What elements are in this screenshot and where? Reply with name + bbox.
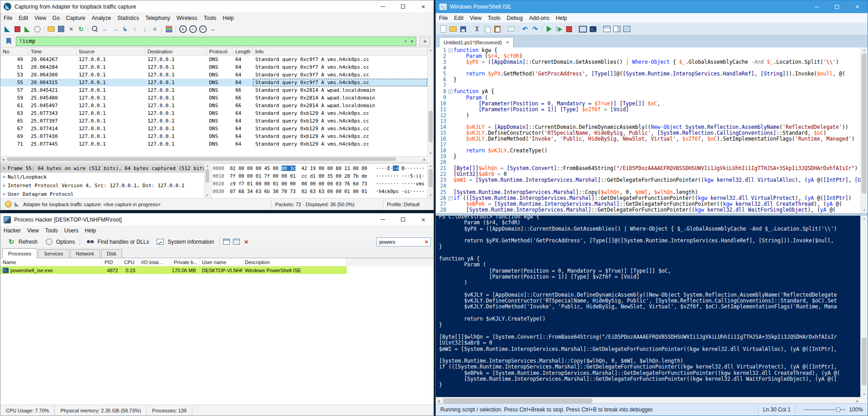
restart-capture-icon[interactable] [23,25,31,33]
minimize-button[interactable] [372,213,393,226]
filter-bookmark-icon[interactable] [5,37,13,45]
packet-list-hscrollbar[interactable] [0,156,427,162]
menu-item-statistics[interactable]: Statistics [114,14,142,23]
column-header-src[interactable]: Source [76,47,145,55]
menu-item-users[interactable]: Users [61,226,81,235]
console-pane[interactable]: PS C:\Users\root> function kgw { Param (… [436,216,860,397]
hex-row[interactable]: 0000 02 00 00 00 45 00 00 3c 42 19 00 00… [213,165,427,172]
scrollbar-thumb[interactable] [862,53,867,194]
open-file-icon[interactable] [47,25,55,33]
menu-item-view[interactable]: View [24,226,42,235]
scrollbar-thumb[interactable] [7,157,396,161]
packet-list-vscrollbar[interactable] [427,47,434,156]
cut-icon[interactable] [473,25,481,33]
expander-icon[interactable] [0,164,8,173]
go-first-icon[interactable] [131,25,139,33]
column-header-no[interactable]: No. [0,47,29,55]
new-remote-powershell-tab-icon[interactable] [579,25,587,33]
stop-operation-icon[interactable] [565,25,573,33]
options-button[interactable]: Options [41,236,78,248]
scroll-right-icon[interactable] [422,156,427,162]
menu-item-go[interactable]: Go [49,14,63,23]
clear-console-icon[interactable] [507,25,515,33]
refresh-button[interactable]: Refresh [3,236,41,248]
menu-item-edit[interactable]: Edit [15,14,31,23]
profile-text[interactable]: Profile: Default [387,202,420,207]
save-script-icon[interactable] [459,25,467,33]
script-editor-pane[interactable]: 1function kgw {2 Param ($r4, $cfdR)3 $yP… [436,47,860,213]
filter-add-button[interactable]: + [420,37,430,46]
tab-disk[interactable]: Disk [101,249,122,258]
column-header-pid[interactable]: PID [102,258,122,266]
scroll-up-icon[interactable] [861,216,868,221]
details-vscrollbar[interactable] [204,163,210,198]
maximize-button[interactable] [393,213,413,226]
search-input[interactable]: powers [377,237,431,246]
column-header-len[interactable]: Length [233,47,253,55]
paste-icon[interactable] [493,25,501,33]
detail-row[interactable]: Null/Loopback [0,173,204,181]
scrollbar-thumb[interactable] [205,169,209,183]
packet-list[interactable]: No.TimeSourceDestinationProtocolLengthIn… [0,47,427,156]
close-button[interactable] [413,0,434,13]
menu-item-help[interactable]: Help [553,14,570,23]
scroll-up-icon[interactable] [428,47,434,53]
expander-icon[interactable] [0,173,8,181]
packet-row[interactable]: 6925.077430127.0.0.1127.0.0.1DNS64Standa… [0,132,427,140]
bytes-vscrollbar[interactable] [427,163,434,198]
close-tab-icon[interactable]: × [506,39,509,46]
tab-services[interactable]: Services [38,249,69,258]
menu-item-add-ons[interactable]: Add-ons [526,14,553,23]
show-script-pane-right-icon[interactable] [613,25,621,33]
packet-row[interactable]: 5925.045480127.0.0.1127.0.0.1DNS66Standa… [0,94,427,102]
menu-item-wireless[interactable]: Wireless [173,14,200,23]
hex-row[interactable]: 0010 7f 00 00 01 7f 00 00 01 cc d1 00 35… [213,172,427,180]
go-back-icon[interactable] [101,25,109,33]
menu-item-debug[interactable]: Debug [504,14,526,23]
close-pane-icon-button[interactable] [242,238,250,246]
maximize-button[interactable] [827,0,847,13]
maximize-button[interactable] [393,0,413,13]
redo-icon[interactable] [531,25,539,33]
expert-info-icon[interactable] [5,201,12,208]
column-header-time[interactable]: Time [29,47,76,55]
scroll-left-icon[interactable] [0,156,6,162]
menu-item-view[interactable]: View [31,14,49,23]
new-script-icon[interactable] [439,25,447,33]
wireshark-titlebar[interactable]: Capturing from Adapter for loopback traf… [0,0,434,13]
script-tab[interactable]: Untitled1.ps1*(Recovered) × [439,37,514,47]
save-file-icon[interactable] [57,25,65,33]
packet-row[interactable]: 5120.064284127.0.0.1127.0.0.1DNS64Standa… [0,63,427,71]
show-script-pane-top-icon[interactable] [603,25,611,33]
run-script-icon[interactable] [545,25,553,33]
expander-icon[interactable] [0,190,8,198]
close-button[interactable] [413,213,434,226]
fold-collapse-icon[interactable] [448,47,453,53]
column-header-priv[interactable]: Private b... [172,258,200,266]
process-row[interactable]: powershell_ise.exe 4872 0.23 170.06 MB D… [0,266,347,274]
hex-row[interactable]: 0020 c9 f7 01 00 00 01 00 00 00 00 00 00… [213,180,427,188]
scrollbar-thumb[interactable] [429,169,433,187]
zoom-in-icon[interactable] [179,25,187,33]
reload-file-icon[interactable] [77,25,85,33]
ise-titlebar[interactable]: Windows PowerShell ISE [436,0,868,13]
packet-row[interactable]: 4920.064267127.0.0.1127.0.0.1DNS64Standa… [0,56,427,63]
fold-collapse-icon[interactable] [448,195,453,201]
menu-item-file[interactable]: File [436,14,451,23]
packet-row[interactable]: 5520.064315127.0.0.1127.0.0.1DNS64Standa… [0,79,427,86]
column-header-info[interactable]: Info [253,47,427,55]
column-header-dst[interactable]: Destination [145,47,207,55]
packet-row[interactable]: 6125.045497127.0.0.1127.0.0.1DNS66Standa… [0,102,427,109]
expander-icon[interactable] [0,181,8,190]
capture-file-icon[interactable] [14,201,20,208]
stop-capture-icon[interactable] [13,25,21,33]
scroll-down-icon[interactable] [428,193,434,198]
scroll-down-icon[interactable] [428,151,434,156]
resize-columns-icon[interactable] [209,25,217,33]
go-to-packet-icon[interactable] [121,25,129,33]
scroll-up-icon[interactable] [428,163,434,169]
hex-row[interactable]: 0030 07 68 34 63 6b 30 70 73 02 63 63 00… [213,188,427,195]
minimize-button[interactable] [806,0,827,13]
detail-row[interactable]: User Datagram Protocol [0,190,204,198]
packet-row[interactable]: 6725.077414127.0.0.1127.0.0.1DNS64Standa… [0,125,427,132]
